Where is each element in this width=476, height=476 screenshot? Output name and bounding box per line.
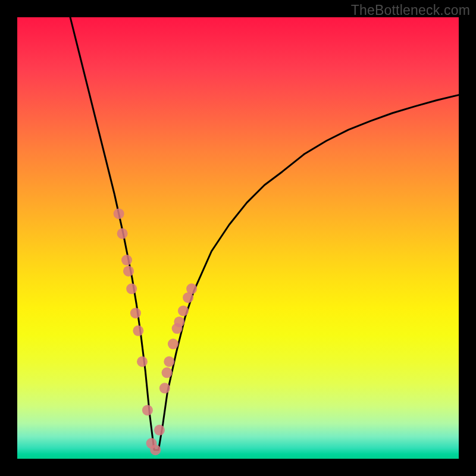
marker-dot: [137, 356, 148, 367]
marker-dot: [168, 339, 178, 349]
marker-dot: [114, 208, 124, 219]
watermark-text: TheBottleneck.com: [351, 2, 470, 18]
chart-svg: [17, 17, 459, 459]
marker-dot: [174, 317, 184, 327]
chart-frame: TheBottleneck.com: [0, 0, 476, 476]
marker-dot: [133, 325, 143, 336]
marker-dot: [186, 283, 197, 294]
marker-dot: [142, 405, 153, 415]
marker-dot: [164, 356, 174, 367]
marker-dot: [126, 283, 137, 294]
marker-dot: [121, 255, 132, 265]
curve-group: [70, 17, 459, 450]
marker-dot: [154, 425, 165, 436]
plot-area: [17, 17, 459, 459]
marker-dot: [159, 383, 170, 393]
marker-dot: [162, 367, 173, 378]
marker-dot: [150, 444, 161, 455]
marker-dot: [130, 308, 141, 318]
marker-dot: [123, 266, 134, 277]
marker-dot: [178, 305, 189, 316]
marker-dot: [117, 228, 128, 239]
bottleneck-curve: [70, 17, 459, 450]
